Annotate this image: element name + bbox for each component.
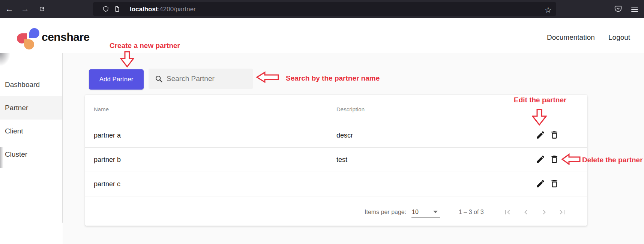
- url-host: localhost: [130, 6, 158, 13]
- page-range-label: 1 – 3 of 3: [459, 209, 484, 216]
- menu-icon[interactable]: [631, 5, 638, 13]
- table-row: partner a descr: [85, 123, 587, 147]
- annotation-arrow-left-delete: [561, 153, 581, 166]
- sidebar: Dashboard Partner Client Cluster: [0, 53, 63, 223]
- logo-petal-orange: [24, 39, 34, 49]
- partner-name-cell: partner a: [94, 132, 121, 139]
- edit-icon[interactable]: [535, 179, 546, 189]
- sidebar-item-cluster[interactable]: Cluster: [0, 143, 62, 166]
- edit-icon[interactable]: [535, 130, 546, 141]
- partner-table-card: Name Description partner a descr partner…: [85, 95, 587, 226]
- annotation-edit-partner: Edit the partner: [514, 96, 566, 104]
- shield-icon[interactable]: [102, 6, 109, 14]
- delete-icon[interactable]: [549, 130, 560, 141]
- documentation-link[interactable]: Documentation: [547, 33, 595, 42]
- column-header-name: Name: [94, 106, 109, 112]
- table-row: partner b test: [85, 147, 587, 172]
- search-icon: [155, 75, 163, 83]
- browser-toolbar: ← → localhost:4200/partner ☆: [0, 0, 644, 18]
- annotation-arrow-down-edit: [532, 109, 547, 126]
- bookmark-star-icon[interactable]: ☆: [545, 6, 552, 15]
- url-path: :4200/partner: [158, 6, 196, 13]
- url-text: localhost:4200/partner: [130, 6, 196, 13]
- annotation-search-partner: Search by the partner name: [286, 74, 380, 82]
- app-header: censhare Documentation Logout: [0, 18, 644, 53]
- add-partner-button[interactable]: Add Partner: [89, 69, 144, 90]
- last-page-icon[interactable]: [558, 208, 567, 217]
- items-per-page-label: Items per page:: [365, 209, 406, 216]
- sidebar-item-client[interactable]: Client: [0, 120, 62, 143]
- table-header-row: Name Description: [85, 95, 587, 123]
- partner-name-cell: partner b: [94, 156, 121, 164]
- shadow-artifact-left: [0, 147, 3, 168]
- paginator: Items per page: 10 1 – 3 of 3: [85, 196, 587, 226]
- page-size-select[interactable]: 10: [412, 209, 419, 216]
- forward-icon[interactable]: →: [19, 3, 32, 15]
- search-partner-input[interactable]: [166, 74, 246, 83]
- logo-text: censhare: [42, 31, 90, 43]
- edit-icon[interactable]: [535, 154, 546, 165]
- table-row: partner c: [85, 172, 587, 196]
- sidebar-item-partner[interactable]: Partner: [0, 96, 62, 120]
- partner-name-cell: partner c: [94, 180, 120, 188]
- partner-description-cell: test: [336, 156, 347, 164]
- first-page-icon[interactable]: [503, 208, 512, 217]
- dropdown-arrow-icon[interactable]: [433, 211, 438, 213]
- annotation-arrow-down-create: [120, 51, 134, 67]
- logout-link[interactable]: Logout: [608, 33, 630, 42]
- reload-icon[interactable]: [36, 3, 48, 15]
- logo-petal-blue: [29, 28, 39, 38]
- column-header-description: Description: [336, 106, 365, 112]
- page-info-icon[interactable]: [114, 6, 120, 14]
- annotation-delete-partner: Delete the partner: [582, 156, 643, 164]
- delete-icon[interactable]: [549, 179, 560, 189]
- search-partner-box: [149, 69, 253, 89]
- annotation-arrow-left-search: [256, 71, 279, 84]
- annotation-create-partner: Create a new partner: [110, 42, 180, 50]
- sidebar-item-dashboard[interactable]: Dashboard: [0, 73, 62, 96]
- next-page-icon[interactable]: [540, 208, 549, 217]
- back-icon[interactable]: ←: [3, 3, 16, 15]
- previous-page-icon[interactable]: [521, 208, 530, 217]
- pocket-icon[interactable]: [614, 5, 622, 14]
- shadow-artifact-top: [0, 53, 11, 66]
- page-size-underline: [411, 217, 440, 218]
- partner-description-cell: descr: [336, 132, 353, 139]
- url-bar[interactable]: localhost:4200/partner ☆: [93, 2, 556, 16]
- delete-icon[interactable]: [549, 154, 560, 165]
